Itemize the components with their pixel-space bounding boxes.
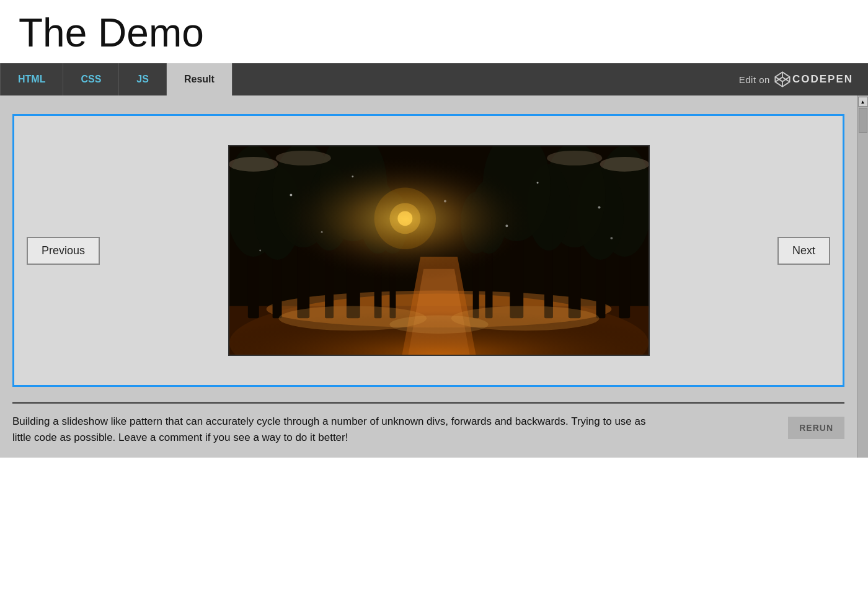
svg-point-55 — [505, 225, 508, 228]
svg-point-49 — [290, 194, 292, 197]
svg-point-53 — [598, 206, 600, 209]
scrollbar-thumb[interactable] — [859, 108, 867, 133]
next-button[interactable]: Next — [777, 237, 830, 265]
svg-point-61 — [546, 151, 601, 166]
svg-point-59 — [275, 151, 330, 166]
description-area: Building a slideshow like pattern that c… — [12, 414, 844, 458]
svg-point-54 — [321, 231, 322, 233]
svg-point-51 — [443, 200, 446, 203]
edit-on-label: Edit on — [739, 74, 770, 85]
codepen-brand-text: CODEPEN — [792, 73, 853, 86]
scrollbar-up-button[interactable]: ▲ — [858, 97, 868, 107]
result-outer: Previous — [0, 95, 868, 458]
svg-point-50 — [352, 176, 353, 178]
svg-point-48 — [389, 316, 488, 334]
tab-result[interactable]: Result — [167, 63, 232, 95]
scrollbar-track: ▲ — [857, 95, 868, 458]
edit-on-codepen-link[interactable]: Edit on CODEPEN — [724, 63, 868, 95]
svg-point-52 — [536, 182, 538, 184]
result-divider — [12, 402, 844, 404]
tab-html[interactable]: HTML — [0, 63, 63, 95]
description-text: Building a slideshow like pattern that c… — [12, 414, 663, 445]
svg-point-57 — [610, 237, 613, 240]
svg-point-60 — [600, 157, 649, 172]
previous-button[interactable]: Previous — [27, 237, 100, 265]
svg-point-58 — [229, 157, 278, 172]
codepen-toolbar: HTML CSS JS Result Edit on CODEPEN — [0, 63, 868, 95]
codepen-logo: CODEPEN — [774, 71, 853, 88]
page-title: The Demo — [0, 0, 868, 63]
result-content: Previous — [0, 95, 857, 458]
svg-point-56 — [259, 250, 261, 252]
slide-image-wrapper — [112, 145, 765, 356]
slideshow-container: Previous — [12, 114, 844, 387]
tab-css[interactable]: CSS — [63, 63, 119, 95]
slide-image — [228, 145, 650, 356]
rerun-button[interactable]: RERUN — [788, 417, 844, 439]
tab-js[interactable]: JS — [119, 63, 167, 95]
toolbar-spacer — [232, 63, 724, 95]
